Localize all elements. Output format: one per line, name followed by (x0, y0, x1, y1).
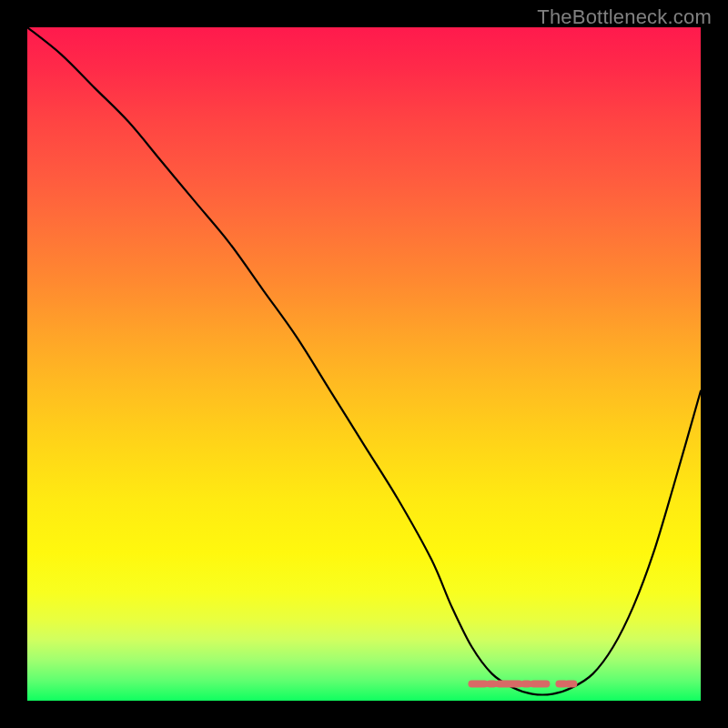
plot-area (27, 27, 701, 701)
chart-frame: TheBottleneck.com (0, 0, 728, 728)
bottleneck-curve (27, 27, 701, 695)
attribution-label: TheBottleneck.com (537, 5, 712, 29)
curve-layer (27, 27, 701, 701)
